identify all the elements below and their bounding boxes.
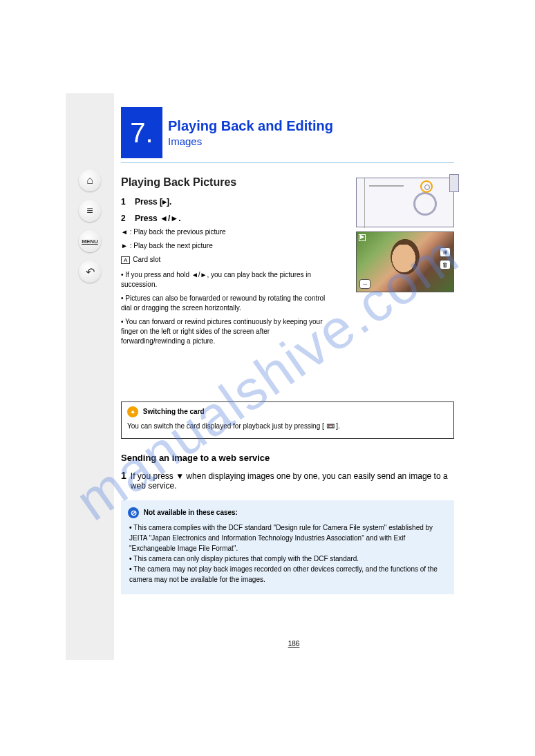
- chapter-header: 7. Playing Back and Editing Images: [121, 107, 454, 158]
- step2-text-b: .: [178, 214, 180, 223]
- step2-num: 2: [121, 214, 126, 223]
- page-number[interactable]: 186: [288, 640, 300, 648]
- thumb-delete-icon: 🗑: [440, 260, 451, 270]
- arrow-keys: ◄/►: [160, 214, 178, 223]
- na-item: This camera complies with the DCF standa…: [129, 522, 447, 554]
- chapter-number: 7.: [130, 119, 153, 147]
- send-section-title: Sending an image to a web service: [121, 453, 454, 463]
- back-icon[interactable]: ↶: [79, 261, 101, 283]
- home-icon[interactable]: ⌂: [79, 169, 101, 191]
- na-item: This camera can only display pictures th…: [129, 554, 447, 564]
- not-available-box: ⊘ Not available in these cases: This cam…: [121, 500, 454, 594]
- na-list: This camera complies with the DCF standa…: [128, 522, 447, 585]
- right-arrow-icon: ►: [121, 242, 128, 249]
- chapter-number-box: 7.: [121, 107, 162, 158]
- thumb-switch-icon: ↔: [359, 279, 370, 289]
- tip-title: Switching the card: [143, 408, 205, 415]
- step2-note-prev: ◄ : Play back the previous picture: [121, 227, 335, 237]
- list-icon[interactable]: ≡: [79, 200, 101, 222]
- camera-diagram: [356, 178, 454, 227]
- left-arrow-icon: ◄: [121, 228, 128, 236]
- step1-text-a: Press [: [135, 197, 162, 207]
- keep-finger-note: • You can forward or rewind pictures con…: [121, 317, 335, 346]
- label-a-row: ACard slot: [121, 255, 335, 265]
- label-a-text: Card slot: [133, 256, 160, 263]
- playback-preview-image: ⊞ 🗑 ↔: [356, 231, 454, 292]
- send-step: 1 If you press ▼ when displaying images …: [121, 470, 454, 491]
- chapter-title-line2: Images: [168, 135, 333, 149]
- tip-box: ✦ Switching the card You can switch the …: [121, 401, 454, 439]
- rotary-note: • Pictures can also be forwarded or rewo…: [121, 294, 335, 313]
- tip-header: ✦ Switching the card: [127, 406, 448, 417]
- label-a-badge: A: [121, 256, 130, 264]
- na-heading: ⊘ Not available in these cases:: [128, 507, 447, 518]
- chapter-title-line1: Playing Back and Editing: [168, 117, 333, 135]
- card-slot-indicator-icon: [359, 234, 366, 241]
- na-item: The camera may not play back images reco…: [129, 564, 447, 585]
- menu-icon[interactable]: MENU: [79, 230, 101, 252]
- send-step-text: If you press ▼ when displaying images on…: [131, 471, 454, 491]
- step2-note-next: ► : Play back the next picture: [121, 241, 335, 251]
- lightbulb-icon: ✦: [127, 406, 138, 417]
- long-press-note: • If you press and hold ◄/►, you can pla…: [121, 270, 335, 290]
- divider: [121, 162, 454, 164]
- play-button-highlight: [420, 180, 433, 193]
- step1-text-b: ].: [167, 197, 171, 207]
- chapter-title: Playing Back and Editing Images: [168, 107, 333, 158]
- page-container: ⌂ ≡ MENU ↶ 7. Playing Back and Editing I…: [66, 93, 473, 660]
- content-area: 7. Playing Back and Editing Images Playi…: [114, 93, 473, 660]
- send-step-num: 1: [121, 470, 126, 481]
- step1-num: 1: [121, 197, 126, 207]
- thumb-grid-icon: ⊞: [440, 247, 451, 257]
- sidebar: ⌂ ≡ MENU ↶: [66, 93, 114, 660]
- step-2-row: 2 Press ◄/►. ◄ : Play back the previous …: [121, 214, 454, 346]
- tip-body: You can switch the card displayed for pl…: [127, 422, 448, 431]
- step2-text-a: Press: [135, 214, 160, 223]
- na-icon: ⊘: [128, 507, 139, 518]
